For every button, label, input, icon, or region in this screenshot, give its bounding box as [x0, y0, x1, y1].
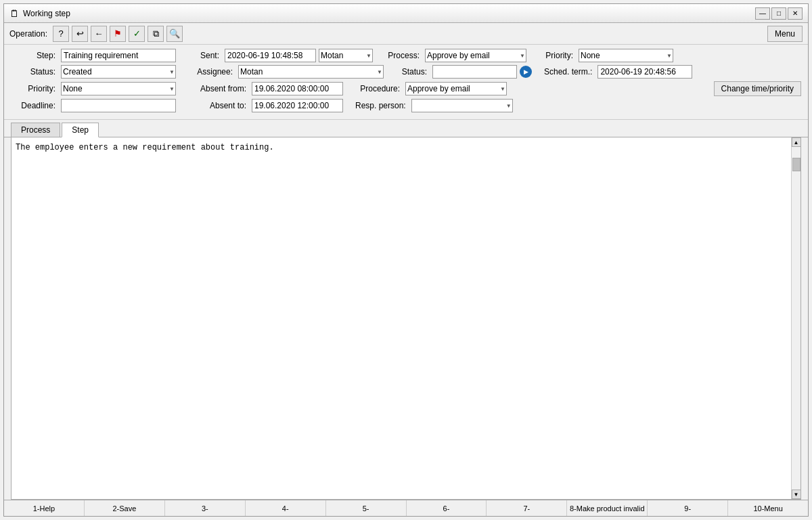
main-window: 🗒 Working step — □ ✕ Operation: ? ↩ ← ⚑ …	[3, 3, 809, 517]
help-toolbar-button[interactable]: ?	[53, 26, 69, 42]
content-area: The employee enters a new requirement ab…	[11, 137, 801, 500]
priority-right-select[interactable]: None	[579, 49, 673, 62]
resp-person-label: Resp. person:	[355, 101, 409, 110]
status-label: Status:	[11, 67, 58, 77]
sent-person-select[interactable]: Motan	[319, 49, 373, 62]
tab-step[interactable]: Step	[62, 123, 99, 137]
status-item-10[interactable]: 10-Menu	[728, 500, 808, 516]
priority-right-label: Priority:	[539, 51, 576, 60]
status-wrap: Created ▼	[61, 65, 176, 79]
back-toolbar-button[interactable]: ←	[91, 26, 107, 42]
resp-person-wrap: ▼	[411, 99, 513, 112]
status-item-7[interactable]: 7-	[487, 500, 567, 516]
sent-person-wrap: Motan ▼	[319, 49, 373, 62]
window-icon: 🗒	[9, 8, 19, 19]
window-title: Working step	[23, 9, 755, 18]
process-wrap: Approve by email ▼	[425, 49, 526, 62]
status-item-4[interactable]: 4-	[246, 500, 326, 516]
status-item-1[interactable]: 1-Help	[4, 500, 85, 516]
title-bar: 🗒 Working step — □ ✕	[4, 4, 808, 23]
operation-label: Operation:	[9, 29, 47, 39]
form-row-1: Step: Sent: Motan ▼ Process: Approve by …	[11, 49, 801, 62]
status-item-6[interactable]: 6-	[407, 500, 487, 516]
flag-red-toolbar-button[interactable]: ⚑	[110, 26, 126, 42]
tabs-bar: Process Step	[4, 120, 808, 137]
status-item-8[interactable]: 8-Make product invalid	[567, 500, 648, 516]
process-label: Process:	[385, 51, 422, 60]
search-toolbar-button[interactable]: 🔍	[166, 26, 183, 42]
procedure-wrap: Approve by email ▼	[405, 82, 507, 95]
status-item-3[interactable]: 3-	[165, 500, 246, 516]
process-select[interactable]: Approve by email	[425, 49, 526, 62]
menu-button[interactable]: Menu	[767, 26, 803, 42]
undo-toolbar-button[interactable]: ↩	[72, 26, 88, 42]
scroll-thumb[interactable]	[792, 158, 800, 171]
title-buttons: — □ ✕	[755, 7, 803, 20]
priority-left-select[interactable]: None	[61, 82, 176, 95]
scroll-up-button[interactable]: ▲	[792, 137, 801, 147]
scroll-down-button[interactable]: ▼	[792, 490, 801, 499]
maximize-button[interactable]: □	[771, 7, 786, 20]
absent-from-input[interactable]	[252, 82, 343, 95]
tab-process[interactable]: Process	[11, 123, 60, 137]
assignee-select[interactable]: Motan	[238, 65, 384, 79]
sent-label: Sent:	[195, 51, 222, 60]
status-right-label: Status:	[396, 67, 430, 77]
step-label: Step:	[11, 51, 58, 60]
status-select[interactable]: Created	[61, 65, 176, 79]
form-row-3: Priority: None ▼ Absent from: Procedure:…	[11, 81, 801, 96]
assignee-wrap: Motan ▼	[238, 65, 384, 79]
absent-to-label: Absent to:	[195, 101, 249, 110]
priority-left-label: Priority:	[11, 84, 58, 93]
vertical-scrollbar[interactable]: ▲ ▼	[791, 137, 800, 499]
absent-to-input[interactable]	[252, 99, 343, 112]
status-item-2[interactable]: 2-Save	[85, 500, 165, 516]
status-right-input[interactable]	[432, 65, 517, 79]
form-row-2: Status: Created ▼ Assignee: Motan ▼ Stat…	[11, 65, 801, 79]
priority-left-wrap: None ▼	[61, 82, 176, 95]
procedure-label: Procedure:	[355, 84, 403, 93]
resp-person-select[interactable]	[411, 99, 513, 112]
sent-date-input[interactable]	[225, 49, 316, 62]
form-row-4: Deadline: Absent to: Resp. person: ▼	[11, 99, 801, 112]
close-button[interactable]: ✕	[788, 7, 803, 20]
toolbar: Operation: ? ↩ ← ⚑ ✓ ⧉ 🔍 Menu	[4, 23, 808, 45]
form-section: Step: Sent: Motan ▼ Process: Approve by …	[4, 45, 808, 120]
sched-term-input[interactable]	[597, 65, 692, 79]
priority-right-wrap: None ▼	[579, 49, 673, 62]
status-play-button[interactable]: ▶	[520, 66, 532, 78]
copy-toolbar-button[interactable]: ⧉	[148, 26, 164, 42]
check-toolbar-button[interactable]: ✓	[129, 26, 145, 42]
content-text: The employee enters a new requirement ab…	[16, 143, 274, 152]
status-item-5[interactable]: 5-	[326, 500, 407, 516]
status-item-9[interactable]: 9-	[648, 500, 728, 516]
absent-from-label: Absent from:	[195, 84, 249, 93]
sched-term-label: Sched. term.:	[544, 67, 595, 77]
step-input[interactable]	[61, 49, 176, 62]
deadline-label: Deadline:	[11, 101, 58, 110]
status-bar: 1-Help 2-Save 3- 4- 5- 6- 7- 8-Make prod…	[4, 500, 808, 516]
minimize-button[interactable]: —	[755, 7, 770, 20]
assignee-label: Assignee:	[195, 67, 235, 77]
procedure-select[interactable]: Approve by email	[405, 82, 507, 95]
deadline-input[interactable]	[61, 99, 176, 112]
change-time-priority-button[interactable]: Change time/priority	[714, 81, 801, 96]
